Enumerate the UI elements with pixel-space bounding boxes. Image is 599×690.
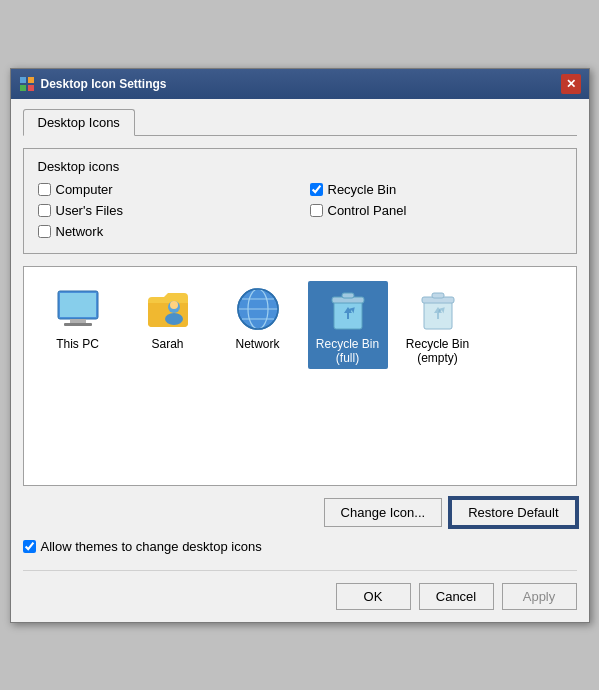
svg-rect-3 [28,85,34,91]
recycle-empty-icon [414,285,462,333]
checkbox-item-computer[interactable]: Computer [38,182,290,197]
network-icon [234,285,282,333]
close-button[interactable]: ✕ [561,74,581,94]
sarah-label: Sarah [151,337,183,351]
bottom-buttons: OK Cancel Apply [23,570,577,610]
apply-button[interactable]: Apply [502,583,577,610]
label-userfiles: User's Files [56,203,124,218]
icon-buttons-row: Change Icon... Restore Default [23,498,577,527]
this-pc-label: This PC [56,337,99,351]
icon-item-this-pc[interactable]: This PC [38,281,118,369]
allow-themes-text: Allow themes to change desktop icons [41,539,262,554]
cancel-button[interactable]: Cancel [419,583,494,610]
svg-rect-0 [20,77,26,83]
icon-item-sarah[interactable]: Sarah [128,281,208,369]
label-computer: Computer [56,182,113,197]
checkbox-userfiles[interactable] [38,204,51,217]
svg-rect-1 [28,77,34,83]
allow-themes-label[interactable]: Allow themes to change desktop icons [23,539,577,554]
svg-rect-6 [70,319,86,323]
label-network: Network [56,224,104,239]
restore-default-button[interactable]: Restore Default [450,498,576,527]
checkbox-recyclebin[interactable] [310,183,323,196]
icon-item-recycle-full[interactable]: Recycle Bin(full) [308,281,388,369]
desktop-icon-settings-dialog: Desktop Icon Settings ✕ Desktop Icons De… [10,68,590,623]
this-pc-icon [54,285,102,333]
recycle-empty-label: Recycle Bin(empty) [406,337,469,365]
svg-point-10 [170,301,178,309]
title-bar-left: Desktop Icon Settings [19,76,167,92]
tab-bar: Desktop Icons [23,109,577,136]
svg-rect-5 [60,293,96,317]
label-controlpanel: Control Panel [328,203,407,218]
icon-item-network[interactable]: Network [218,281,298,369]
svg-rect-2 [20,85,26,91]
label-recyclebin: Recycle Bin [328,182,397,197]
checkbox-item-controlpanel[interactable]: Control Panel [310,203,562,218]
checkbox-network[interactable] [38,225,51,238]
icon-grid: This PC Sarah [38,281,562,369]
checkbox-computer[interactable] [38,183,51,196]
icon-grid-container: This PC Sarah [23,266,577,486]
checkbox-item-userfiles[interactable]: User's Files [38,203,290,218]
dialog-title: Desktop Icon Settings [41,77,167,91]
change-icon-button[interactable]: Change Icon... [324,498,443,527]
recycle-full-icon [324,285,372,333]
icon-item-recycle-empty[interactable]: Recycle Bin(empty) [398,281,478,369]
dialog-body: Desktop Icons Desktop icons Computer Rec… [11,99,589,622]
desktop-icons-section: Desktop icons Computer Recycle Bin User'… [23,148,577,254]
checkbox-item-recyclebin[interactable]: Recycle Bin [310,182,562,197]
title-bar: Desktop Icon Settings ✕ [11,69,589,99]
section-label: Desktop icons [38,159,562,174]
recycle-full-label: Recycle Bin(full) [316,337,379,365]
ok-button[interactable]: OK [336,583,411,610]
allow-themes-checkbox[interactable] [23,540,36,553]
dialog-icon [19,76,35,92]
checkbox-item-network[interactable]: Network [38,224,290,239]
svg-point-9 [165,313,183,325]
svg-rect-22 [432,293,444,298]
svg-rect-7 [64,323,92,326]
network-label: Network [235,337,279,351]
tab-desktop-icons[interactable]: Desktop Icons [23,109,135,136]
checkbox-controlpanel[interactable] [310,204,323,217]
sarah-icon [144,285,192,333]
checkboxes-grid: Computer Recycle Bin User's Files Contro… [38,182,562,239]
svg-rect-19 [342,293,354,298]
